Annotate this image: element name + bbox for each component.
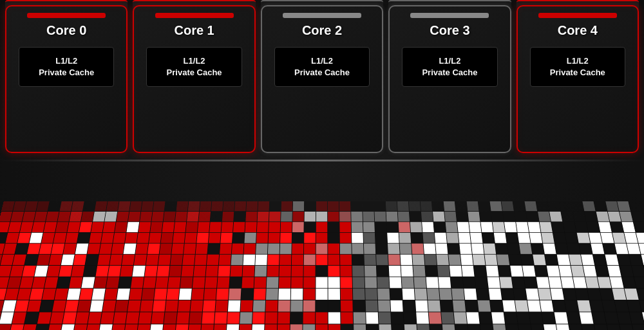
- core-0-cache-box: L1/L2Private Cache: [19, 47, 114, 87]
- core-block-3: Core 3 L1/L2Private Cache: [388, 5, 511, 153]
- core-3-cache-box: L1/L2Private Cache: [402, 47, 497, 87]
- core-0-cache-label: L1/L2Private Cache: [26, 55, 107, 78]
- core-0-label: Core 0: [46, 23, 86, 38]
- core-4-cache-box: L1/L2Private Cache: [530, 47, 625, 87]
- core-3-cache-label: L1/L2Private Cache: [409, 55, 490, 78]
- divider: [0, 160, 644, 161]
- perspective-wrapper: [0, 191, 644, 330]
- core-4-label: Core 4: [558, 23, 598, 38]
- core-0-indicator: [27, 13, 106, 18]
- core-block-4: Core 4 L1/L2Private Cache: [516, 5, 639, 153]
- core-1-indicator: [155, 13, 234, 18]
- core-2-cache-box: L1/L2Private Cache: [274, 47, 370, 87]
- core-1-cache-label: L1/L2Private Cache: [153, 55, 234, 78]
- core-4-cache-label: L1/L2Private Cache: [537, 55, 618, 78]
- core-1-cache-box: L1/L2Private Cache: [146, 47, 242, 87]
- core-4-indicator: [538, 13, 617, 18]
- core-block-1: Core 1 L1/L2Private Cache: [133, 5, 255, 153]
- core-block-2: Core 2 L1/L2Private Cache: [261, 5, 383, 153]
- pixel-grid-area: [0, 182, 644, 330]
- core-2-cache-label: L1/L2Private Cache: [281, 55, 363, 78]
- core-3-label: Core 3: [430, 23, 469, 38]
- core-2-label: Core 2: [302, 23, 342, 38]
- core-block-0: Core 0 L1/L2Private Cache: [5, 5, 128, 153]
- core-3-indicator: [410, 13, 489, 18]
- cores-row: Core 0 L1/L2Private Cache Core 1 L1/L2Pr…: [0, 0, 644, 161]
- core-2-indicator: [283, 13, 361, 18]
- pixel-canvas: [0, 191, 644, 330]
- core-1-label: Core 1: [174, 23, 214, 38]
